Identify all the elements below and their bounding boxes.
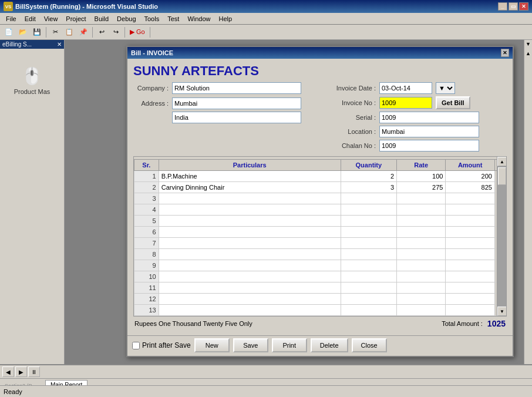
menu-window[interactable]: Window: [184, 15, 214, 23]
toolbar-save[interactable]: 💾: [31, 26, 43, 38]
address-line2-input[interactable]: [172, 112, 301, 123]
table-row[interactable]: 4: [134, 204, 506, 216]
serial-input[interactable]: [379, 112, 479, 123]
delete-button[interactable]: Delete: [311, 338, 348, 352]
menu-build[interactable]: Build: [91, 15, 112, 23]
cell-particulars[interactable]: Carving Dinning Chair: [159, 182, 341, 193]
toolbar-redo[interactable]: ↪: [109, 26, 122, 38]
print-button[interactable]: Print: [272, 338, 307, 352]
table-row[interactable]: 13: [134, 305, 506, 316]
cell-particulars[interactable]: [159, 282, 341, 294]
cell-particulars[interactable]: [159, 271, 341, 282]
table-row[interactable]: 1 B.P.Machine 2 100 200: [134, 171, 506, 182]
cell-qty[interactable]: [341, 305, 396, 316]
cell-rate[interactable]: [397, 238, 446, 249]
cell-rate[interactable]: [397, 260, 446, 271]
new-button[interactable]: New: [194, 338, 230, 352]
cell-amount[interactable]: [446, 249, 494, 260]
cell-particulars[interactable]: [159, 305, 341, 316]
left-panel-close[interactable]: ✕: [57, 41, 62, 48]
chalan-no-input[interactable]: [379, 140, 479, 152]
scroll-thumb[interactable]: [498, 167, 506, 185]
location-input[interactable]: [379, 126, 479, 137]
cell-qty[interactable]: [341, 193, 396, 204]
toolbar-copy[interactable]: 📋: [63, 26, 76, 38]
cell-particulars[interactable]: B.P.Machine: [159, 171, 341, 182]
cell-particulars[interactable]: [159, 238, 341, 249]
cell-amount[interactable]: [446, 227, 494, 238]
cell-qty[interactable]: 3: [341, 182, 396, 193]
cell-qty[interactable]: [341, 216, 396, 227]
cell-amount[interactable]: [446, 294, 494, 305]
table-row[interactable]: 6: [134, 227, 506, 238]
cell-amount[interactable]: [446, 193, 494, 204]
crystal-nav-btn[interactable]: ▶: [15, 366, 27, 377]
cell-amount[interactable]: 825: [446, 182, 494, 193]
cell-rate[interactable]: [397, 216, 446, 227]
cell-amount[interactable]: [446, 216, 494, 227]
menu-help[interactable]: Help: [216, 15, 236, 23]
menu-test[interactable]: Test: [164, 15, 183, 23]
table-row[interactable]: 7: [134, 238, 506, 249]
cell-rate[interactable]: [397, 193, 446, 204]
menu-view[interactable]: View: [41, 15, 62, 23]
table-row[interactable]: 2 Carving Dinning Chair 3 275 825: [134, 182, 506, 193]
table-scrollbar[interactable]: ▲ ▼: [497, 157, 506, 316]
invoice-no-input[interactable]: [379, 97, 432, 109]
cell-qty[interactable]: [341, 238, 396, 249]
menu-debug[interactable]: Debug: [113, 15, 139, 23]
menu-project[interactable]: Project: [62, 15, 89, 23]
toolbar-run[interactable]: ▶ Go: [127, 28, 147, 36]
close-button[interactable]: Close: [352, 338, 387, 352]
save-button[interactable]: Save: [233, 338, 268, 352]
cell-qty[interactable]: [341, 260, 396, 271]
cell-rate[interactable]: [397, 249, 446, 260]
print-after-save-checkbox[interactable]: [132, 342, 140, 349]
table-row[interactable]: 11: [134, 282, 506, 294]
cell-amount[interactable]: [446, 282, 494, 294]
cell-particulars[interactable]: [159, 249, 341, 260]
cell-particulars[interactable]: [159, 227, 341, 238]
scroll-down-btn[interactable]: ▼: [497, 307, 507, 316]
cell-amount[interactable]: [446, 204, 494, 216]
cell-amount[interactable]: [446, 260, 494, 271]
right-panel-btn2[interactable]: ▲: [526, 51, 531, 56]
menu-file[interactable]: File: [2, 15, 20, 23]
ide-close-btn[interactable]: ✕: [519, 2, 528, 11]
table-row[interactable]: 10: [134, 271, 506, 282]
cell-qty[interactable]: [341, 204, 396, 216]
product-mas-label[interactable]: Product Mas: [2, 88, 62, 95]
cell-rate[interactable]: [397, 305, 446, 316]
table-row[interactable]: 8: [134, 249, 506, 260]
cell-rate[interactable]: [397, 271, 446, 282]
company-input[interactable]: [172, 82, 301, 94]
cell-qty[interactable]: [341, 271, 396, 282]
cell-particulars[interactable]: [159, 216, 341, 227]
toolbar-paste[interactable]: 📌: [77, 26, 90, 38]
table-row[interactable]: 5: [134, 216, 506, 227]
cell-rate[interactable]: [397, 294, 446, 305]
address-line1-input[interactable]: [172, 97, 301, 109]
cell-rate[interactable]: [397, 227, 446, 238]
cell-rate[interactable]: [397, 282, 446, 294]
cell-qty[interactable]: [341, 249, 396, 260]
ide-minimize-btn[interactable]: _: [498, 2, 507, 11]
toolbar-cut[interactable]: ✂: [49, 26, 62, 38]
cell-amount[interactable]: [446, 305, 494, 316]
cell-particulars[interactable]: [159, 294, 341, 305]
crystal-nav-btn2[interactable]: ⏸: [28, 366, 40, 377]
cell-amount[interactable]: [446, 271, 494, 282]
cell-amount[interactable]: 200: [446, 171, 494, 182]
table-row[interactable]: 12: [134, 294, 506, 305]
menu-edit[interactable]: Edit: [21, 15, 39, 23]
toolbar-new[interactable]: 📄: [2, 26, 15, 38]
cell-particulars[interactable]: [159, 260, 341, 271]
ide-restore-btn[interactable]: ▭: [509, 2, 518, 11]
cell-particulars[interactable]: [159, 204, 341, 216]
menu-tools[interactable]: Tools: [141, 15, 163, 23]
cell-rate[interactable]: [397, 204, 446, 216]
right-panel-btn1[interactable]: ▼: [526, 41, 531, 47]
table-row[interactable]: 9: [134, 260, 506, 271]
toolbar-undo[interactable]: ↩: [95, 26, 108, 38]
invoice-date-input[interactable]: [379, 82, 432, 94]
